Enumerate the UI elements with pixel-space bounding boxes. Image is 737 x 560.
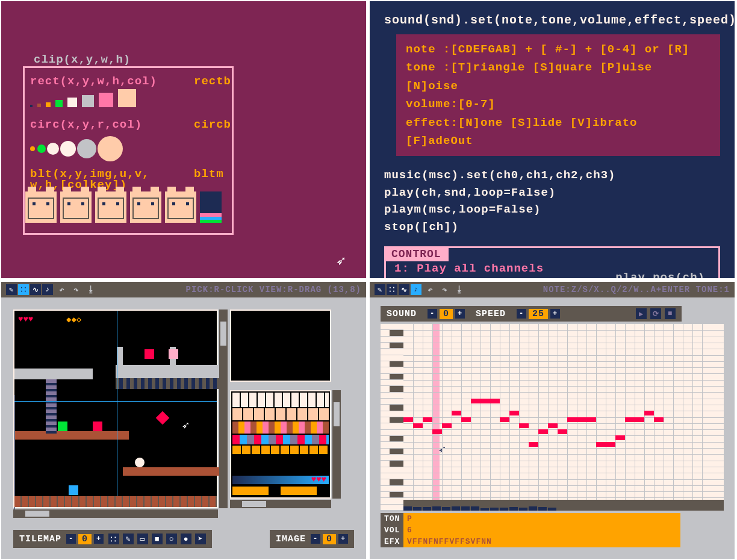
undo-button[interactable]: ↶ <box>57 284 67 295</box>
mode-sound-button[interactable]: ∿ <box>399 284 409 295</box>
speed-value: 25 <box>529 309 548 319</box>
tilemap-editor-panel: ✎ ⸬ ∿ ♪ ↶ ↷ ⭳ PICK:R-CLICK VIEW:R-DRAG (… <box>1 282 366 559</box>
tilemap-value: 0 <box>78 534 92 544</box>
tool-circ-fill[interactable]: ● <box>181 534 191 544</box>
play-pos-label: play_pos(ch) <box>615 271 705 278</box>
tilemap-scrollbar-v[interactable] <box>219 310 228 508</box>
note-cell[interactable] <box>432 429 442 434</box>
sound-decrement[interactable]: - <box>428 309 437 319</box>
mode-music-button[interactable]: ♪ <box>411 284 421 295</box>
note-cell[interactable] <box>442 423 452 428</box>
tilemap-decrement[interactable]: - <box>66 534 76 544</box>
image-decrement[interactable]: - <box>311 534 320 544</box>
ton-value[interactable]: P <box>403 513 680 524</box>
piano-roll[interactable]: ➶ <box>403 324 724 511</box>
note-cell[interactable] <box>635 417 644 422</box>
note-cell[interactable] <box>606 442 615 447</box>
note-cell[interactable] <box>596 442 606 447</box>
tilemap-increment[interactable]: + <box>94 534 104 544</box>
cursor-icon: ➶ <box>336 252 346 271</box>
note-cell[interactable] <box>548 423 558 428</box>
mode-tilemap-button[interactable]: ⸬ <box>18 284 29 295</box>
image-increment[interactable]: + <box>338 534 348 544</box>
param-volume: volume:[0-7] <box>406 95 711 113</box>
tilemap-number-label: TILEMAP <box>19 534 61 544</box>
loop-button[interactable]: ⟳ <box>650 308 661 319</box>
note-cell[interactable] <box>654 417 664 422</box>
note-cell[interactable] <box>615 435 625 440</box>
mode-sprite-button[interactable]: ✎ <box>375 284 385 295</box>
note-cell[interactable] <box>567 417 577 422</box>
sound-editor-panel: ✎ ⸬ ∿ ♪ ↶ ↷ ⭳ NOTE:Z/S/X..Q/2/W..A+ENTER… <box>370 282 735 559</box>
image-value: 0 <box>323 534 336 544</box>
tool-circ-outline[interactable]: ○ <box>166 534 177 544</box>
note-cell[interactable] <box>423 417 432 422</box>
tool-fill[interactable]: ➤ <box>195 534 206 544</box>
mode-sprite-button[interactable]: ✎ <box>6 284 17 295</box>
api-playm: playm(msc,loop=False) <box>384 201 720 219</box>
tool-rect-outline[interactable]: ▭ <box>137 534 148 544</box>
save-button[interactable]: ⭳ <box>86 284 96 295</box>
rect-label: rect(x,y,w,h,col) <box>30 75 157 88</box>
tool-select[interactable]: ⸬ <box>108 534 119 544</box>
tilemap-scrollbar-h[interactable] <box>13 509 218 518</box>
note-cell[interactable] <box>490 399 500 403</box>
tilemap-canvas[interactable]: ♥♥♥ ◆◆◇ <box>13 310 218 508</box>
mode-tilemap-button[interactable]: ⸬ <box>387 284 397 295</box>
tool-pencil[interactable]: ✎ <box>123 534 134 544</box>
sound-api-panel: sound(snd).set(note,tone,volume,effect,s… <box>370 1 735 278</box>
vol-value[interactable]: 6 <box>403 524 680 536</box>
undo-button[interactable]: ↶ <box>425 284 436 295</box>
note-cell[interactable] <box>413 423 423 428</box>
note-cell[interactable] <box>586 417 596 422</box>
note-cell[interactable] <box>625 417 635 422</box>
param-tone: tone :[T]riangle [S]quare [P]ulse [N]ois… <box>406 58 711 95</box>
note-cell[interactable] <box>403 417 413 422</box>
param-note: note :[CDEFGAB] + [ #-] + [0-4] or [R] <box>406 40 711 58</box>
stop-button[interactable]: ■ <box>665 308 676 319</box>
sound-label: SOUND <box>387 309 417 319</box>
vol-label: VOL <box>381 524 403 536</box>
image-scrollbar-h[interactable] <box>230 500 331 508</box>
cat-sprite-row <box>25 191 222 223</box>
save-button[interactable]: ⭳ <box>454 284 465 295</box>
note-cell[interactable] <box>500 417 509 422</box>
sound-set-header: sound(snd).set(note,tone,volume,effect,s… <box>384 13 720 27</box>
wall-sprite <box>200 191 222 223</box>
speed-increment[interactable]: + <box>550 309 560 319</box>
note-cell[interactable] <box>480 399 490 403</box>
piano-keys[interactable] <box>381 324 403 511</box>
api-stop: stop([ch]) <box>384 219 720 236</box>
tilemap-minimap[interactable] <box>230 310 331 382</box>
play-button[interactable]: ▶ <box>636 308 647 319</box>
note-cell[interactable] <box>509 411 519 415</box>
rectb-label: rectb <box>194 75 231 88</box>
note-cell[interactable] <box>529 442 538 447</box>
speed-decrement[interactable]: - <box>517 309 526 319</box>
mode-sound-button[interactable]: ∿ <box>30 284 41 295</box>
note-cell[interactable] <box>538 429 548 434</box>
circb-label: circb <box>194 118 231 131</box>
api-play: play(ch,snd,loop=False) <box>384 184 720 202</box>
note-cell[interactable] <box>519 423 529 428</box>
image-scrollbar-v[interactable] <box>332 390 341 499</box>
note-cell[interactable] <box>452 411 461 415</box>
efx-value[interactable]: VFFNFNFFVFFSVFNN <box>403 536 680 547</box>
note-cell[interactable] <box>577 417 586 422</box>
note-cell[interactable] <box>644 411 654 415</box>
clip-label: clip(x,y,w,h) <box>34 53 131 66</box>
image-bank-canvas[interactable]: ♥♥♥ <box>230 390 331 499</box>
sound-value: 0 <box>440 309 453 319</box>
speed-label: SPEED <box>476 309 506 319</box>
mode-music-button[interactable]: ♪ <box>42 284 53 295</box>
editor-hint: PICK:R-CLICK VIEW:R-DRAG (13,8) <box>186 285 361 294</box>
sound-increment[interactable]: + <box>455 309 465 319</box>
api-music: music(msc).set(ch0,ch1,ch2,ch3) <box>384 167 720 184</box>
note-cell[interactable] <box>558 429 567 434</box>
note-cell[interactable] <box>461 417 471 422</box>
redo-button[interactable]: ↷ <box>71 284 82 295</box>
note-cell[interactable] <box>471 399 480 403</box>
redo-button[interactable]: ↷ <box>440 284 450 295</box>
tool-rect-fill[interactable]: ■ <box>152 534 163 544</box>
graphics-demo-panel: clip(x,y,w,h) rect(x,y,w,h,col) rectb ci… <box>1 1 366 278</box>
